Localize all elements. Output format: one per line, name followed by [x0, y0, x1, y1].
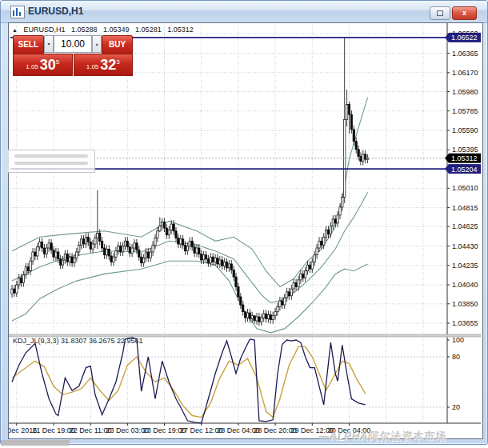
sell-price-display[interactable]: 1.05 30 5	[13, 54, 73, 76]
buy-price-big: 32	[100, 57, 116, 73]
svg-text:100: 100	[452, 336, 464, 344]
buy-price-prefix: 1.05	[86, 63, 99, 70]
close-button[interactable]: x	[452, 6, 477, 20]
svg-text:80: 80	[452, 353, 460, 361]
quote-symbol: EURUSD,H1	[23, 26, 65, 34]
svg-text:1.05010: 1.05010	[452, 184, 478, 192]
faded-tooltip-box	[8, 150, 95, 173]
svg-text:1.05785: 1.05785	[452, 107, 478, 115]
svg-text:1.05395: 1.05395	[452, 146, 478, 154]
restore-icon	[437, 10, 443, 16]
screenshot-stage: EURUSD,H1 x 1.065601.063651.061701.05980…	[0, 0, 488, 448]
price-direction-icon: ▲	[12, 27, 18, 33]
window-title: EURUSD,H1	[28, 6, 83, 17]
chart-canvas[interactable]: 1.065601.063651.061701.059801.057851.055…	[9, 23, 481, 437]
svg-text:20: 20	[452, 403, 460, 411]
svg-text:1.04625: 1.04625	[452, 222, 478, 230]
svg-text:1.04430: 1.04430	[452, 242, 478, 250]
svg-text:1.03655: 1.03655	[452, 319, 478, 327]
quote-low: 1.05281	[135, 26, 162, 34]
quote-high: 1.05349	[103, 26, 130, 34]
watermark: —ALPHA阿尔法资本市场	[318, 430, 448, 444]
svg-text:1.04815: 1.04815	[452, 204, 478, 212]
svg-text:1.06365: 1.06365	[452, 50, 478, 58]
one-click-trade-panel: SELL ▾ 10.00 ▴ BUY 1.05 30 5 1.05 32	[13, 35, 133, 74]
svg-text:1.05204: 1.05204	[451, 166, 478, 174]
svg-text:1.06522: 1.06522	[451, 34, 478, 42]
restore-button[interactable]	[430, 6, 450, 20]
quote-open: 1.05288	[71, 26, 98, 34]
svg-text:1.06170: 1.06170	[452, 69, 478, 77]
window-titlebar[interactable]: EURUSD,H1 x	[1, 1, 487, 23]
volume-increase-button[interactable]: ▴	[92, 35, 102, 53]
svg-text:1.05312: 1.05312	[451, 154, 478, 162]
chart-client-area: 1.065601.063651.061701.059801.057851.055…	[8, 22, 483, 439]
quote-line: ▲ EURUSD,H1 1.05288 1.05349 1.05281 1.05…	[12, 26, 198, 34]
svg-text:1.05980: 1.05980	[452, 88, 478, 96]
chart-window-icon	[10, 6, 25, 18]
sell-button[interactable]: SELL	[13, 35, 44, 54]
svg-text:1.04235: 1.04235	[452, 262, 478, 270]
chart-window: EURUSD,H1 x 1.065601.063651.061701.05980…	[0, 0, 488, 445]
svg-text:21 Dec 19:00: 21 Dec 19:00	[32, 426, 75, 434]
sell-price-big: 30	[40, 57, 56, 73]
buy-price-sup: 3	[116, 58, 119, 66]
indicator-label: KDJ_JL(9,3,3) 31.8307 36.2675 22.9561	[13, 337, 143, 345]
sell-price-sup: 5	[56, 58, 59, 66]
svg-text:1.04040: 1.04040	[452, 281, 478, 289]
bottom-edge-artifact	[1, 440, 70, 446]
sell-price-prefix: 1.05	[26, 63, 38, 70]
buy-price-display[interactable]: 1.05 32 3	[74, 54, 134, 76]
svg-text:1.03850: 1.03850	[452, 300, 478, 308]
svg-text:1.05590: 1.05590	[452, 126, 478, 134]
buy-button[interactable]: BUY	[102, 35, 133, 54]
quote-close: 1.05312	[167, 26, 194, 34]
volume-input[interactable]: 10.00	[54, 35, 92, 53]
volume-decrease-button[interactable]: ▾	[44, 35, 54, 53]
